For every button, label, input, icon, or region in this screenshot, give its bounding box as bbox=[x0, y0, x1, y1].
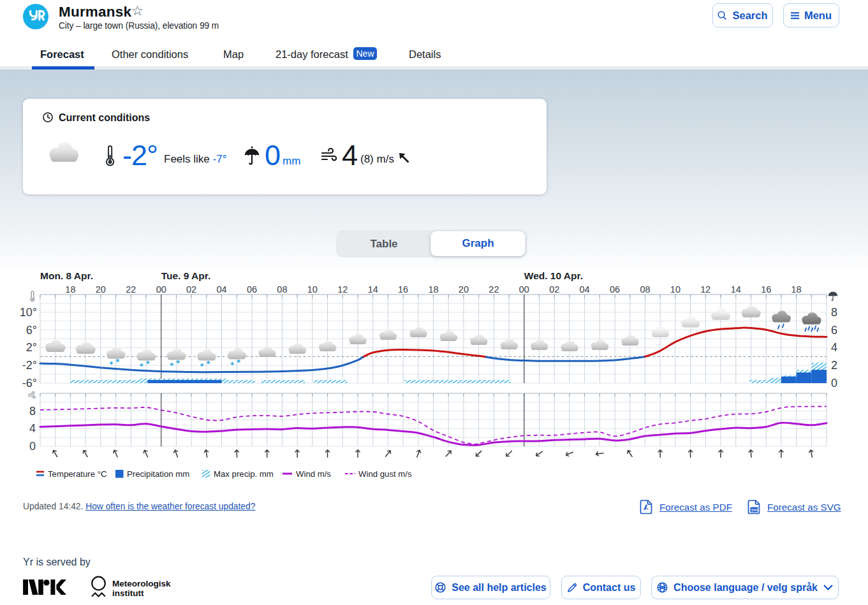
svg-text:2: 2 bbox=[831, 359, 837, 372]
svg-text:2°: 2° bbox=[26, 341, 37, 354]
svg-text:Wed. 10 Apr.: Wed. 10 Apr. bbox=[524, 270, 583, 281]
svg-text:22: 22 bbox=[489, 284, 499, 295]
svg-text:16: 16 bbox=[398, 284, 408, 295]
svg-text:Max precip. mm: Max precip. mm bbox=[214, 469, 274, 479]
svg-text:Wind gust m/s: Wind gust m/s bbox=[358, 469, 412, 479]
svg-text:institutt: institutt bbox=[112, 588, 144, 598]
svg-text:22: 22 bbox=[126, 284, 136, 295]
svg-text:Precipitation mm: Precipitation mm bbox=[127, 469, 189, 479]
svg-text:-2°: -2° bbox=[22, 359, 37, 372]
svg-text:14: 14 bbox=[731, 284, 741, 295]
svg-text:SVG: SVG bbox=[751, 508, 760, 512]
svg-text:12: 12 bbox=[700, 284, 710, 295]
svg-text:04: 04 bbox=[216, 284, 226, 295]
svg-text:08: 08 bbox=[640, 284, 650, 295]
svg-text:06: 06 bbox=[247, 284, 257, 295]
svg-text:04: 04 bbox=[580, 284, 590, 295]
svg-text:-6°: -6° bbox=[22, 377, 37, 390]
svg-text:12: 12 bbox=[337, 284, 348, 295]
svg-text:06: 06 bbox=[610, 284, 620, 295]
svg-text:4: 4 bbox=[29, 422, 36, 435]
svg-text:00: 00 bbox=[519, 284, 529, 295]
svg-text:0: 0 bbox=[831, 377, 837, 390]
svg-text:Tue. 9 Apr.: Tue. 9 Apr. bbox=[161, 270, 211, 281]
svg-text:10: 10 bbox=[307, 284, 318, 295]
svg-text:Wind m/s: Wind m/s bbox=[296, 469, 331, 479]
svg-text:16: 16 bbox=[761, 284, 771, 295]
svg-text:4: 4 bbox=[831, 341, 837, 354]
svg-text:8: 8 bbox=[831, 306, 837, 319]
svg-text:02: 02 bbox=[186, 284, 196, 295]
svg-text:02: 02 bbox=[549, 284, 559, 295]
svg-text:18: 18 bbox=[65, 284, 75, 295]
svg-text:Temperature °C: Temperature °C bbox=[48, 469, 107, 479]
svg-text:18: 18 bbox=[791, 284, 802, 295]
svg-text:6°: 6° bbox=[26, 324, 37, 337]
svg-text:14: 14 bbox=[368, 284, 378, 295]
svg-text:10°: 10° bbox=[20, 306, 37, 319]
svg-text:00: 00 bbox=[156, 284, 166, 295]
svg-text:20: 20 bbox=[96, 284, 106, 295]
svg-text:6: 6 bbox=[831, 324, 837, 337]
svg-text:20: 20 bbox=[459, 284, 469, 295]
svg-text:Meteorologisk: Meteorologisk bbox=[112, 579, 171, 588]
svg-text:08: 08 bbox=[277, 284, 287, 295]
svg-text:0: 0 bbox=[29, 440, 36, 453]
svg-text:8: 8 bbox=[29, 405, 36, 418]
svg-text:18: 18 bbox=[428, 284, 438, 295]
svg-text:Mon. 8 Apr.: Mon. 8 Apr. bbox=[40, 270, 93, 281]
svg-text:10: 10 bbox=[670, 284, 680, 295]
